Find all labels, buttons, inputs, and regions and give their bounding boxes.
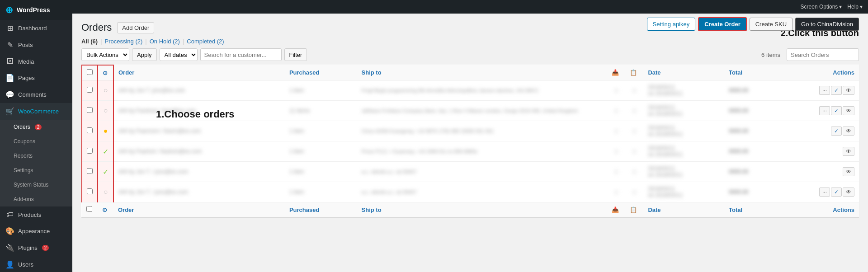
- td-status: ○: [98, 101, 113, 121]
- bulk-actions-select[interactable]: Bulk Actions: [81, 48, 129, 61]
- td-actions: ✓ 👁: [777, 121, 859, 141]
- status-icon: ✓: [103, 168, 108, 176]
- row-checkbox[interactable]: [87, 188, 93, 194]
- status-icon: ●: [104, 127, 108, 135]
- filter-button[interactable]: Filter: [284, 48, 307, 61]
- select-all-footer-checkbox[interactable]: [86, 206, 92, 212]
- sidebar-item-reports[interactable]: Reports: [0, 149, 72, 163]
- woocommerce-icon: 🛒: [5, 107, 14, 116]
- action-eye-button[interactable]: 👁: [843, 147, 854, 156]
- row-checkbox[interactable]: [87, 107, 93, 113]
- filter-tab-completed[interactable]: Completed (2): [187, 38, 224, 45]
- users-icon: 👤: [5, 260, 14, 269]
- products-icon: 🏷: [5, 211, 14, 219]
- action-eye-button[interactable]: 👁: [843, 106, 854, 115]
- action-dots-button[interactable]: ···: [819, 106, 830, 115]
- sidebar-item-label: Appearance: [18, 228, 50, 234]
- tf-status: ⊙: [98, 202, 113, 217]
- td-order[interactable]: ### by Fearmom / fearm@ex.com: [113, 121, 285, 141]
- sidebar-item-products[interactable]: 🏷 Products: [0, 206, 72, 223]
- create-sku-button[interactable]: Create SKU: [750, 18, 793, 31]
- sidebar-item-add-ons[interactable]: Add-ons: [0, 192, 72, 206]
- select-all-checkbox[interactable]: [87, 69, 93, 75]
- sidebar-item-system-status[interactable]: System Status: [0, 178, 72, 192]
- sidebar-item-comments[interactable]: 💬 Comments: [0, 86, 72, 103]
- create-order-button[interactable]: Create Order: [698, 17, 746, 31]
- td-date: 2019/03/11on 2019/03/11: [643, 80, 724, 101]
- sidebar-item-label: Plugins: [18, 244, 38, 251]
- td-total: 0000.00: [724, 162, 777, 182]
- table-row: ○ ### by Jon T. / jonx@ex.com 1 item a.c…: [82, 182, 859, 202]
- td-total: 0000.00: [724, 101, 777, 121]
- sidebar-item-orders[interactable]: Orders 2: [0, 120, 72, 134]
- action-check-button[interactable]: ✓: [831, 106, 842, 115]
- table-row: ○ ### by Jon T. jonx@ex.com 1 item Fmgf …: [82, 80, 859, 101]
- help-item[interactable]: Help ▾: [847, 4, 863, 10]
- date-filter-select[interactable]: All dates: [160, 48, 198, 61]
- td-date: 2019/03/11on 2019/03/11: [643, 101, 724, 121]
- row-checkbox[interactable]: [87, 87, 93, 93]
- sidebar-item-posts[interactable]: ✎ Posts: [0, 37, 72, 53]
- th-actions: Actions: [777, 65, 859, 80]
- action-eye-button[interactable]: 👁: [843, 167, 854, 176]
- search-orders-input[interactable]: [787, 48, 859, 61]
- sidebar-item-label: Comments: [18, 91, 47, 98]
- filter-tab-processing[interactable]: Processing (2): [105, 38, 143, 45]
- th-order[interactable]: Order: [113, 65, 285, 80]
- customer-search-input[interactable]: [200, 48, 282, 61]
- posts-icon: ✎: [5, 41, 14, 49]
- action-check-button[interactable]: ✓: [831, 86, 842, 95]
- sidebar-item-dashboard[interactable]: ⊞ Dashboard: [0, 20, 72, 37]
- td-order[interactable]: ### by Jon T. jonx@ex.com: [113, 80, 285, 101]
- content-area: Setting apikey Create Order Create SKU G…: [72, 14, 868, 272]
- action-dots-button[interactable]: ···: [819, 86, 830, 95]
- th-purchased: Purchased: [285, 65, 357, 80]
- sidebar-item-label: Users: [18, 261, 33, 268]
- action-eye-button[interactable]: 👁: [843, 86, 854, 95]
- td-date: 2019/03/11on 2019/03/11: [643, 141, 724, 162]
- sidebar-item-label: Orders: [14, 124, 30, 130]
- sidebar-item-plugins[interactable]: 🔌 Plugins 2: [0, 239, 72, 256]
- filter-tab-on-hold[interactable]: On Hold (2): [150, 38, 180, 45]
- tf-date: Date: [643, 202, 724, 217]
- td-order[interactable]: ### by Jon T. / jonx@ex.com: [113, 182, 285, 202]
- sidebar-item-label: Products: [18, 211, 41, 218]
- sidebar-item-coupons[interactable]: Coupons: [0, 134, 72, 149]
- sidebar-item-pages[interactable]: 📄 Pages: [0, 70, 72, 86]
- th-total[interactable]: Total: [724, 65, 777, 80]
- table-row: ✓ ### by Jon T. / jonx@ex.com 1 item a.c…: [82, 162, 859, 182]
- go-to-chinadivision-button[interactable]: Go to ChinaDivision: [795, 18, 859, 31]
- td-checkbox: [82, 121, 98, 141]
- action-check-button[interactable]: ✓: [831, 188, 842, 197]
- sidebar-item-users[interactable]: 👤 Users: [0, 256, 72, 272]
- filter-tab-all[interactable]: All (6): [81, 38, 98, 45]
- td-order[interactable]: ### by Jon T. / jonx@ex.com: [113, 162, 285, 182]
- th-date[interactable]: Date: [643, 65, 724, 80]
- sidebar-item-woocommerce[interactable]: 🛒 WooCommerce: [0, 103, 72, 120]
- row-checkbox[interactable]: [87, 148, 93, 154]
- sidebar-item-media[interactable]: 🖼 Media: [0, 53, 72, 70]
- sidebar-item-label: WooCommerce: [18, 108, 59, 115]
- row-checkbox[interactable]: [87, 127, 93, 133]
- td-order[interactable]: ### by Fandrom / fand@ex.com: [113, 101, 285, 121]
- sidebar-item-settings[interactable]: Settings: [0, 163, 72, 178]
- woocommerce-submenu: Orders 2 Coupons Reports Settings System…: [0, 120, 72, 206]
- sidebar-item-label: Posts: [18, 42, 33, 48]
- tf-checkbox: [82, 202, 98, 217]
- td-checkbox: [82, 162, 98, 182]
- row-checkbox[interactable]: [87, 168, 93, 174]
- action-eye-button[interactable]: 👁: [843, 188, 854, 197]
- action-eye-button[interactable]: 👁: [843, 127, 854, 136]
- apply-button[interactable]: Apply: [132, 48, 157, 61]
- screen-options-item[interactable]: Screen Options ▾: [801, 4, 842, 10]
- setting-apikey-button[interactable]: Setting apikey: [647, 18, 696, 31]
- td-ship: Chna n5456 Koangmay, +16 8876 1756 088 1…: [357, 121, 608, 141]
- sidebar-item-label: Reports: [14, 153, 33, 159]
- tf-icon1: 📥: [607, 202, 625, 217]
- action-dots-button[interactable]: ···: [819, 188, 830, 197]
- add-order-button[interactable]: Add Order: [117, 22, 154, 33]
- sidebar-item-appearance[interactable]: 🎨 Appearance: [0, 223, 72, 239]
- action-check-button[interactable]: ✓: [831, 127, 842, 136]
- comments-icon: 💬: [5, 90, 14, 99]
- td-order[interactable]: ### by Fearlom / fearlom@ex.com: [113, 141, 285, 162]
